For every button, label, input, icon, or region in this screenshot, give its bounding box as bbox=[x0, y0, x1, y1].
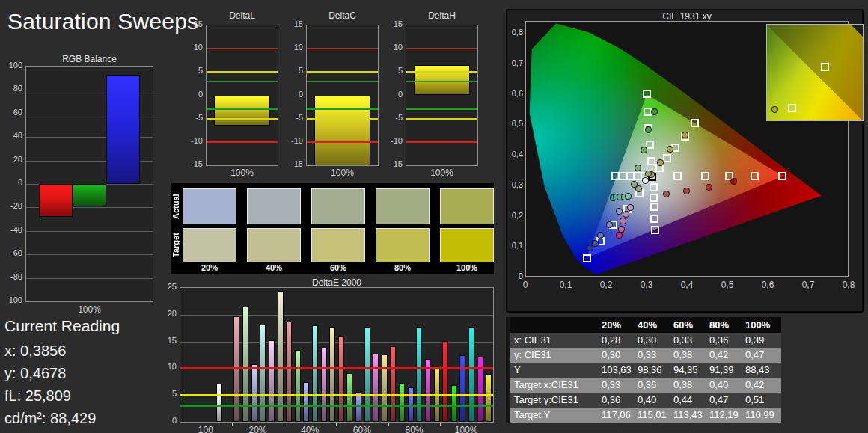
reading-cdm: cd/m²: 88,429 bbox=[4, 407, 177, 429]
delta-e-bar bbox=[286, 322, 292, 422]
cie-target-marker bbox=[778, 172, 786, 180]
cie-title: CIE 1931 xy bbox=[525, 11, 849, 22]
cie-target-marker bbox=[643, 90, 651, 98]
rgb-ytick-label: -60 bbox=[0, 248, 22, 257]
delta_h-ytick-label: -15 bbox=[381, 159, 403, 168]
rgb-ytick-label: 80 bbox=[0, 84, 22, 93]
delta-e-ytick-label: 25 bbox=[156, 282, 177, 291]
swatch-col-label: 100% bbox=[440, 263, 494, 272]
swatch-target-60% bbox=[311, 228, 365, 262]
rgb-balance-xlabel: 100% bbox=[25, 304, 153, 315]
delta-e-bar bbox=[486, 374, 492, 422]
rgb-bar-green bbox=[73, 184, 106, 206]
table-row-label: Target Y bbox=[510, 408, 600, 423]
cie-ytick-label: 0,2 bbox=[508, 211, 523, 220]
delta-e-group-label: 100% bbox=[440, 425, 492, 433]
delta-c-plot bbox=[306, 25, 379, 166]
table-cell: 91,39 bbox=[708, 363, 744, 378]
cie-target-marker bbox=[673, 172, 682, 180]
cie-measured-point bbox=[706, 184, 712, 191]
delta_h-refline bbox=[406, 108, 477, 110]
table-row: Y103,6398,3694,3591,3988,43 bbox=[506, 363, 781, 378]
delta_c-refline bbox=[307, 71, 378, 73]
delta-e-group-label: 40% bbox=[284, 425, 336, 433]
swatch-row-label-actual: Actual bbox=[171, 188, 182, 224]
cie-measured-point bbox=[641, 147, 647, 153]
delta-e-2000-chart: DeltaE 2000 10020%40%60%80%100%051015202… bbox=[150, 277, 507, 433]
delta-e-bar bbox=[373, 354, 379, 422]
reading-x: x: 0,3856 bbox=[4, 340, 177, 362]
cie-measured-point bbox=[730, 178, 737, 185]
delta-h-chart: DeltaH 100% 151050-5-10-15 bbox=[381, 9, 481, 179]
delta_h-ytick-label: 15 bbox=[381, 19, 403, 28]
delta_l-refline bbox=[207, 48, 278, 49]
cie-measured-point bbox=[616, 232, 623, 239]
rgb-balance-plot bbox=[25, 66, 153, 302]
delta_c-ytick-label: 5 bbox=[281, 66, 303, 75]
delta-e-bar bbox=[338, 336, 344, 422]
cie-target-marker bbox=[583, 254, 591, 262]
table-cell: 103,63 bbox=[600, 363, 636, 378]
table-cell: 88,43 bbox=[744, 363, 780, 378]
delta_l-ytick-label: -15 bbox=[181, 159, 203, 168]
table-cell: 0,40 bbox=[708, 378, 744, 393]
table-row: Target y:CIE310,360,400,440,470,51 bbox=[506, 393, 781, 408]
delta-e-group-label: 80% bbox=[388, 425, 441, 433]
cie-measured-point bbox=[682, 132, 688, 138]
rgb-ytick-label: 40 bbox=[0, 131, 22, 140]
delta-h-title: DeltaH bbox=[406, 10, 478, 21]
delta-e-bar bbox=[216, 384, 222, 422]
swatch-target-20% bbox=[183, 228, 236, 262]
table-header-cell: 80% bbox=[708, 317, 744, 333]
delta-e-group-label: 20% bbox=[232, 425, 284, 433]
table-cell: 94,35 bbox=[672, 363, 708, 378]
swatch-col-label: 40% bbox=[247, 263, 301, 272]
cie-target-marker bbox=[650, 194, 658, 202]
table-cell: 98,36 bbox=[636, 363, 672, 378]
cie-target-marker bbox=[644, 108, 652, 116]
cie-inset-measured-point bbox=[771, 106, 778, 113]
table-cell: 0,30 bbox=[636, 333, 672, 348]
delta_c-ytick-label: 10 bbox=[281, 43, 303, 52]
delta_c-ytick-label: -10 bbox=[281, 136, 303, 145]
cie-measured-point bbox=[635, 165, 641, 171]
delta-e-axis-tick bbox=[336, 423, 337, 426]
delta-e-bar bbox=[278, 291, 284, 422]
saturation-sweeps-page: Saturation Sweeps RGB Balance 100% 10080… bbox=[0, 0, 868, 433]
table-cell: 0,47 bbox=[744, 348, 780, 363]
rgb-gridline bbox=[26, 254, 153, 255]
rgb-bar-red bbox=[39, 184, 73, 217]
table-header-label bbox=[510, 317, 600, 333]
delta-e-title: DeltaE 2000 bbox=[180, 277, 494, 288]
cie-inset-target-marker bbox=[821, 63, 829, 71]
table-cell: 0,39 bbox=[744, 333, 780, 348]
table-row-label: y: CIE31 bbox=[510, 348, 600, 363]
delta-c-xlabel: 100% bbox=[306, 168, 379, 178]
table-cell: 0,36 bbox=[636, 378, 672, 393]
delta-e-bar bbox=[295, 350, 301, 422]
rgb-bar-blue bbox=[106, 75, 140, 184]
table-cell: 110,99 bbox=[744, 408, 780, 423]
delta-e-bar bbox=[442, 341, 448, 422]
table-header-row: 20%40%60%80%100% bbox=[506, 317, 781, 333]
delta-h-xlabel: 100% bbox=[406, 168, 478, 178]
delta-e-gridline bbox=[180, 315, 493, 316]
table-row-label: Y bbox=[510, 363, 600, 378]
table-cell: 0,40 bbox=[636, 393, 672, 408]
delta_l-bar bbox=[214, 96, 270, 126]
table-row: y: CIE310,300,330,380,420,47 bbox=[506, 348, 781, 363]
table-header-cell: 60% bbox=[672, 317, 708, 333]
delta-e-axis-tick bbox=[232, 423, 233, 426]
swatch-actual-40% bbox=[247, 188, 301, 224]
table-row-label: x: CIE31 bbox=[510, 333, 600, 348]
delta-e-bar bbox=[312, 325, 318, 422]
delta-h-plot bbox=[406, 25, 478, 166]
delta_c-ytick-label: -15 bbox=[281, 159, 303, 168]
table-cell: 115,01 bbox=[636, 408, 672, 423]
measurement-table: 20%40%60%80%100%x: CIE310,280,300,330,36… bbox=[506, 317, 781, 423]
swatch-row-label-target: Target bbox=[171, 228, 182, 262]
swatch-col-label: 60% bbox=[311, 263, 365, 272]
current-reading-heading: Current Reading bbox=[4, 317, 177, 335]
cie-target-marker bbox=[691, 119, 699, 127]
delta-e-bar bbox=[390, 346, 396, 422]
